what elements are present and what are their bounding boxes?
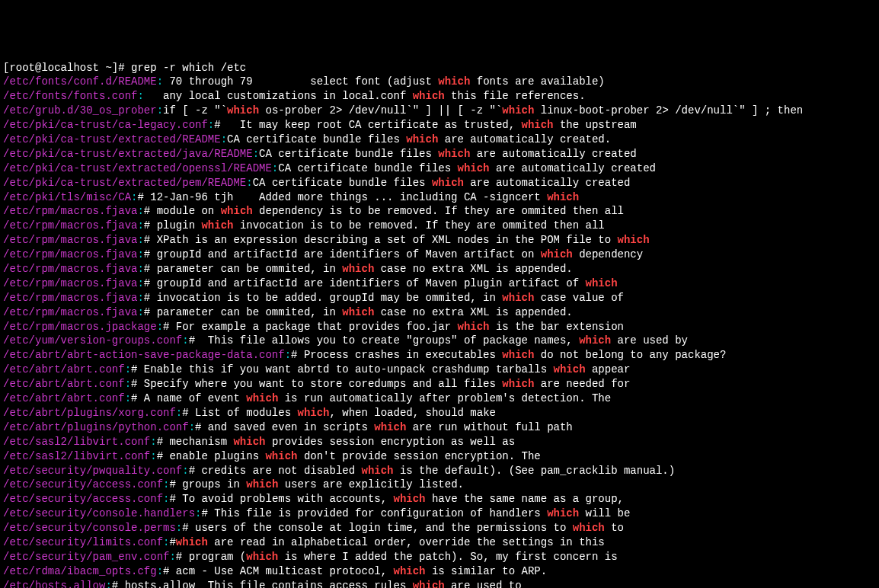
- line-text: is the bar extension: [490, 321, 624, 333]
- file-path: /etc/security/limits.conf: [3, 536, 163, 548]
- grep-result-line: /etc/security/console.handlers:# This fi…: [3, 507, 876, 521]
- grep-match: which: [342, 306, 374, 318]
- line-text: linux-boot-prober 2> /dev/null`" ] ; the…: [534, 104, 803, 117]
- separator-colon: :: [137, 248, 143, 260]
- grep-match: which: [502, 349, 534, 361]
- line-text: # Process crashes in executables: [291, 349, 502, 361]
- grep-result-line: /etc/rpm/macros.fjava:# invocation is to…: [3, 291, 876, 305]
- separator-colon: :: [157, 565, 163, 577]
- separator-colon: :: [137, 205, 143, 217]
- line-text: do not belong to any package?: [534, 349, 726, 361]
- line-text: # To avoid problems with accounts,: [169, 493, 393, 505]
- file-path: /etc/rpm/macros.fjava: [3, 263, 137, 275]
- grep-match: which: [362, 465, 394, 477]
- file-path: /etc/security/pam_env.conf: [3, 551, 169, 563]
- separator-colon: :: [157, 321, 163, 333]
- grep-result-line: /etc/rpm/macros.fjava:# groupId and arti…: [3, 276, 876, 291]
- line-text: # groups in: [169, 478, 246, 491]
- separator-colon: :: [137, 306, 143, 318]
- file-path: /etc/sasl2/libvirt.conf: [3, 436, 150, 448]
- grep-result-line: /etc/fonts/conf.d/README: 70 through 79 …: [3, 75, 876, 89]
- line-text: appear: [586, 363, 631, 375]
- file-path: /etc/abrt/abrt.conf: [3, 392, 125, 404]
- grep-match: which: [394, 565, 426, 577]
- grep-match: which: [432, 177, 464, 189]
- grep-result-line: /etc/pki/ca-trust/extracted/openssl/READ…: [3, 161, 876, 176]
- grep-match: which: [618, 234, 650, 246]
- line-text: are needed for: [534, 378, 630, 390]
- line-text: are used to: [445, 580, 522, 588]
- line-text: # Specify where you want to store coredu…: [131, 378, 502, 390]
- line-text: case value of: [534, 292, 624, 304]
- file-path: /etc/abrt/plugins/python.conf: [3, 421, 189, 433]
- line-text: # XPath is an expression describing a se…: [144, 234, 618, 246]
- line-text: # invocation is to be added. groupId may…: [144, 292, 502, 304]
- grep-match: which: [573, 522, 605, 534]
- line-text: CA certificate bundle files: [253, 177, 432, 189]
- grep-match: which: [221, 205, 253, 217]
- line-text: are run without full path: [406, 421, 572, 433]
- file-path: /etc/security/console.perms: [3, 522, 176, 534]
- line-text: # This file is provided for configuratio…: [201, 507, 547, 519]
- line-text: # 12-Jan-96 tjh Added more things ... in…: [137, 191, 547, 203]
- separator-colon: :: [169, 551, 175, 563]
- grep-match: which: [374, 421, 406, 433]
- grep-match: which: [458, 162, 490, 174]
- line-text: # For example a package that provides fo…: [163, 321, 457, 333]
- file-path: /etc/pki/ca-trust/extracted/README: [3, 133, 221, 145]
- grep-match: which: [342, 263, 374, 275]
- separator-colon: :: [182, 334, 188, 347]
- separator-colon: :: [157, 75, 163, 88]
- grep-match: which: [297, 407, 329, 419]
- grep-result-line: /etc/pki/ca-trust/extracted/java/README:…: [3, 147, 876, 161]
- line-text: CA certificate bundle files: [227, 133, 406, 145]
- file-path: /etc/abrt/plugins/xorg.conf: [3, 407, 176, 419]
- file-path: /etc/rpm/macros.fjava: [3, 234, 137, 246]
- file-path: /etc/rpm/macros.fjava: [3, 205, 137, 217]
- line-text: # program (: [176, 551, 246, 563]
- grep-match: which: [246, 478, 278, 491]
- line-text: is the default). (See pam_cracklib manua…: [394, 465, 676, 477]
- grep-match: which: [201, 219, 233, 232]
- grep-result-line: /etc/rpm/macros.fjava:# XPath is an expr…: [3, 233, 876, 248]
- line-text: # groupId and artifactId are identifiers…: [144, 277, 586, 289]
- separator-colon: :: [150, 436, 156, 448]
- grep-result-line: /etc/rpm/macros.jpackage:# For example a…: [3, 320, 876, 334]
- grep-result-line: /etc/security/pam_env.conf:# program (wh…: [3, 550, 876, 564]
- grep-result-line: /etc/sasl2/libvirt.conf:# enable plugins…: [3, 449, 876, 464]
- separator-colon: :: [137, 219, 143, 232]
- line-text: os-prober 2> /dev/null`" ] || [ -z "`: [259, 104, 502, 117]
- separator-colon: :: [150, 450, 156, 462]
- line-text: are read in alphabetical order, override…: [208, 536, 605, 548]
- line-text: is where I added the patch). So, my firs…: [278, 551, 617, 563]
- line-text: # credits are not disabled: [189, 465, 362, 477]
- line-text: # groupId and artifactId are identifiers…: [144, 248, 541, 260]
- line-text: this file references.: [445, 90, 586, 102]
- line-text: are automatically created: [490, 162, 656, 174]
- grep-match: which: [554, 363, 586, 375]
- file-path: /etc/hosts.allow: [3, 580, 105, 588]
- line-text: invocation is to be removed. If they are…: [233, 219, 604, 232]
- grep-result-line: /etc/abrt/abrt.conf:# Enable this if you…: [3, 363, 876, 377]
- line-text: # It may keep root CA certificate as tru…: [214, 119, 521, 131]
- line-text: are automatically created: [470, 148, 636, 160]
- grep-match: which: [522, 119, 554, 131]
- grep-match: which: [541, 248, 573, 260]
- separator-colon: :: [137, 263, 143, 275]
- separator-colon: :: [137, 90, 143, 102]
- grep-result-line: /etc/sasl2/libvirt.conf:# mechanism whic…: [3, 435, 876, 449]
- grep-match: which: [502, 104, 534, 117]
- grep-result-line: /etc/security/access.conf:# groups in wh…: [3, 478, 876, 492]
- file-path: /etc/yum/version-groups.conf: [3, 334, 182, 347]
- line-text: dependency: [573, 248, 643, 260]
- grep-match: which: [502, 378, 534, 390]
- grep-match: which: [406, 133, 438, 145]
- line-text: # List of modules: [182, 407, 297, 419]
- grep-match: which: [438, 75, 470, 88]
- grep-result-line: /etc/pki/ca-trust/extracted/README:CA ce…: [3, 133, 876, 147]
- line-text: , when loaded, should make: [330, 407, 496, 419]
- file-path: /etc/rpm/macros.fjava: [3, 219, 137, 232]
- grep-result-line: /etc/pki/ca-trust/ca-legacy.conf:# It ma…: [3, 118, 876, 133]
- file-path: /etc/security/pwquality.conf: [3, 465, 182, 477]
- command-prompt-line: [root@localhost ~]# grep -r which /etc: [3, 61, 876, 75]
